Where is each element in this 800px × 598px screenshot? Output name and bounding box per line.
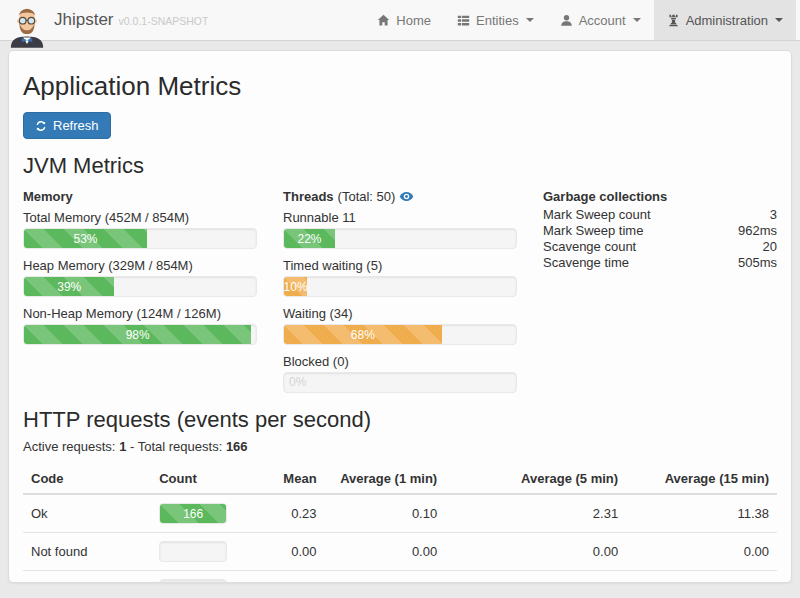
progress-track: 10% bbox=[283, 276, 517, 297]
metric: Waiting (34) 68% bbox=[283, 306, 517, 345]
gc-row: Scavenge time 505ms bbox=[543, 255, 777, 271]
count-progress-track bbox=[159, 579, 227, 583]
gc-label: Mark Sweep time bbox=[543, 223, 643, 239]
gc-label: Scavenge count bbox=[543, 239, 636, 255]
requests-summary: Active requests: 1 - Total requests: 166 bbox=[23, 439, 777, 454]
gc-value: 505ms bbox=[738, 255, 777, 271]
metric-label: Heap Memory (329M / 854M) bbox=[23, 258, 257, 273]
jvm-metrics-row: Memory Total Memory (452M / 854M) 53% He… bbox=[23, 185, 777, 393]
progress-track: 22% bbox=[283, 228, 517, 249]
cell-count bbox=[151, 533, 249, 571]
col-header-avg1: Average (1 min) bbox=[325, 464, 446, 494]
gc-row: Scavenge count 20 bbox=[543, 239, 777, 255]
nav-item-label: Home bbox=[396, 13, 431, 28]
count-progress-track bbox=[159, 541, 227, 562]
cell-mean: 0.00 bbox=[249, 533, 324, 571]
col-header-code: Code bbox=[23, 464, 151, 494]
count-progress-bar: 166 bbox=[160, 504, 226, 523]
metric-label: Non-Heap Memory (124M / 126M) bbox=[23, 306, 257, 321]
cell-avg5: 2.31 bbox=[445, 494, 626, 533]
progress-bar: 10% bbox=[284, 277, 307, 296]
memory-column: Memory Total Memory (452M / 854M) 53% He… bbox=[23, 185, 257, 393]
chevron-down-icon bbox=[775, 18, 783, 22]
progress-bar: 22% bbox=[284, 229, 335, 248]
list-icon bbox=[457, 14, 470, 27]
threads-column: Threads (Total: 50) Runnable 11 22% Time… bbox=[283, 185, 517, 393]
table-row: Ok 166 0.23 0.10 2.31 11.38 bbox=[23, 494, 777, 533]
cell-avg15: 0.00 bbox=[626, 533, 777, 571]
http-requests-table: Code Count Mean Average (1 min) Average … bbox=[23, 464, 777, 583]
active-requests-value: 1 bbox=[119, 439, 126, 454]
memory-heading: Memory bbox=[23, 189, 73, 204]
progress-bar: 98% bbox=[24, 325, 251, 344]
cell-avg5: 0.00 bbox=[445, 571, 626, 584]
main-content: Application Metrics Refresh JVM Metrics … bbox=[8, 50, 792, 583]
gc-label: Scavenge time bbox=[543, 255, 629, 271]
nav-item-label: Entities bbox=[476, 13, 519, 28]
progress-track: 98% bbox=[23, 324, 257, 345]
threads-total: (Total: 50) bbox=[338, 189, 396, 204]
main-nav: Home Entities Account Administration bbox=[364, 0, 796, 40]
brand-version: v0.0.1-SNAPSHOT bbox=[119, 15, 209, 27]
cell-avg15: 0.00 bbox=[626, 571, 777, 584]
jvm-metrics-title: JVM Metrics bbox=[23, 153, 777, 179]
metric: Blocked (0) 0% bbox=[283, 354, 517, 393]
metric-label: Runnable 11 bbox=[283, 210, 517, 225]
metric: Heap Memory (329M / 854M) 39% bbox=[23, 258, 257, 297]
cell-code: Server Error bbox=[23, 571, 151, 584]
cell-mean: 0.00 bbox=[249, 571, 324, 584]
chevron-down-icon bbox=[526, 18, 534, 22]
col-header-avg5: Average (5 min) bbox=[445, 464, 626, 494]
nav-item-home[interactable]: Home bbox=[364, 0, 444, 40]
active-requests-label: Active requests: bbox=[23, 439, 116, 454]
gc-row: Mark Sweep time 962ms bbox=[543, 223, 777, 239]
total-requests-label: Total requests: bbox=[138, 439, 223, 454]
http-requests-title: HTTP requests (events per second) bbox=[23, 407, 777, 433]
brand-title: Jhipster bbox=[54, 10, 114, 29]
progress-bar: 68% bbox=[284, 325, 442, 344]
refresh-icon bbox=[35, 120, 47, 132]
metric: Timed waiting (5) 10% bbox=[283, 258, 517, 297]
nav-item-administration[interactable]: Administration bbox=[654, 0, 796, 40]
gc-heading: Garbage collections bbox=[543, 189, 667, 204]
gc-value: 962ms bbox=[738, 223, 777, 239]
nav-item-account[interactable]: Account bbox=[547, 0, 654, 40]
progress-track: 53% bbox=[23, 228, 257, 249]
progress-bar: 39% bbox=[24, 277, 114, 296]
page-title: Application Metrics bbox=[23, 71, 777, 102]
cell-code: Ok bbox=[23, 494, 151, 533]
navbar: Jhipsterv0.0.1-SNAPSHOT Home Entities Ac… bbox=[0, 0, 800, 41]
metric-label: Total Memory (452M / 854M) bbox=[23, 210, 257, 225]
cell-avg1: 0.00 bbox=[325, 571, 446, 584]
cell-count: 166 bbox=[151, 494, 249, 533]
cell-count bbox=[151, 571, 249, 584]
user-icon bbox=[560, 14, 573, 27]
refresh-button-label: Refresh bbox=[53, 118, 99, 133]
col-header-avg15: Average (15 min) bbox=[626, 464, 777, 494]
cell-avg5: 0.00 bbox=[445, 533, 626, 571]
metric-label: Waiting (34) bbox=[283, 306, 517, 321]
cell-mean: 0.23 bbox=[249, 494, 324, 533]
col-header-count: Count bbox=[151, 464, 249, 494]
refresh-button[interactable]: Refresh bbox=[23, 112, 111, 139]
gc-row: Mark Sweep count 3 bbox=[543, 207, 777, 223]
home-icon bbox=[377, 14, 390, 27]
gc-column: Garbage collections Mark Sweep count 3 M… bbox=[543, 185, 777, 393]
metric: Runnable 11 22% bbox=[283, 210, 517, 249]
table-row: Not found 0.00 0.00 0.00 0.00 bbox=[23, 533, 777, 571]
table-row: Server Error 0.00 0.00 0.00 0.00 bbox=[23, 571, 777, 584]
progress-track: 68% bbox=[283, 324, 517, 345]
metric: Total Memory (452M / 854M) 53% bbox=[23, 210, 257, 249]
chevron-down-icon bbox=[633, 18, 641, 22]
eye-icon[interactable] bbox=[399, 189, 414, 204]
cell-code: Not found bbox=[23, 533, 151, 571]
gc-label: Mark Sweep count bbox=[543, 207, 651, 223]
progress-bar: 53% bbox=[24, 229, 147, 248]
cell-avg1: 0.00 bbox=[325, 533, 446, 571]
brand-link[interactable]: Jhipsterv0.0.1-SNAPSHOT bbox=[54, 0, 208, 41]
progress-track: 0% bbox=[283, 372, 517, 393]
nav-item-entities[interactable]: Entities bbox=[444, 0, 547, 40]
col-header-mean: Mean bbox=[249, 464, 324, 494]
total-requests-value: 166 bbox=[226, 439, 248, 454]
nav-item-label: Account bbox=[579, 13, 626, 28]
